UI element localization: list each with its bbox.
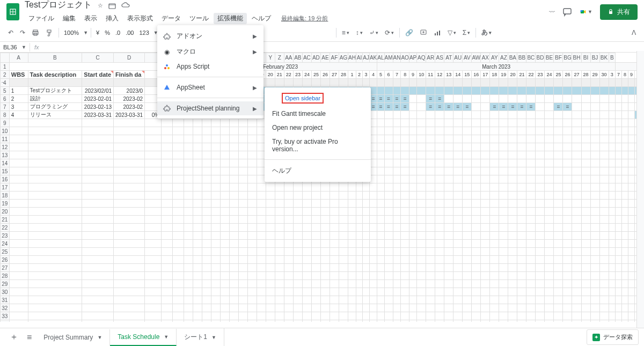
ime-button[interactable]: あ▾ xyxy=(479,26,494,39)
star-icon[interactable]: ☆ xyxy=(98,2,103,10)
menu-appsheet[interactable]: AppSheet▶ xyxy=(157,80,264,94)
puzzle-icon xyxy=(163,32,171,41)
number-format-button[interactable]: 123 xyxy=(137,30,151,36)
move-icon[interactable] xyxy=(108,2,116,10)
toolbar: ↶ ↷ 100%▼ ¥ % .0 .00 123▼ デフォル...▼ ≡▾ ↕▾… xyxy=(0,24,644,42)
dec-decrease-button[interactable]: .0 xyxy=(113,30,122,36)
all-sheets-button[interactable]: ≡ xyxy=(23,329,36,345)
menu-edit[interactable]: 編集 xyxy=(59,13,79,24)
chevron-right-icon: ▶ xyxy=(253,49,257,55)
meet-icon[interactable]: ▼ xyxy=(580,5,592,18)
comment-icon[interactable] xyxy=(562,7,572,17)
menu-insert[interactable]: 挿入 xyxy=(102,13,122,24)
name-box[interactable]: BL36▼ xyxy=(0,43,30,51)
svg-point-18 xyxy=(167,67,170,69)
menu-fit-gantt[interactable]: Fit Gantt timescale xyxy=(265,107,371,121)
share-button[interactable]: 共有 xyxy=(600,4,638,20)
header-right: 〰 ▼ 共有 xyxy=(549,4,638,20)
menu-try-pro[interactable]: Try, buy or activate Pro version... xyxy=(265,135,371,156)
cloud-icon[interactable] xyxy=(121,2,130,10)
valign-button[interactable]: ↕▾ xyxy=(353,27,365,39)
link-button[interactable]: 🔗 xyxy=(402,27,416,39)
menu-macro[interactable]: ◉マクロ▶ xyxy=(157,44,264,60)
menu-appsscript[interactable]: Apps Script xyxy=(157,60,264,73)
tab-sheet1[interactable]: シート1▼ xyxy=(177,328,224,346)
functions-button[interactable]: Σ▾ xyxy=(460,27,473,39)
svg-rect-15 xyxy=(439,31,440,35)
svg-rect-11 xyxy=(47,30,51,32)
puzzle-icon xyxy=(163,104,171,113)
menu-tools[interactable]: ツール xyxy=(186,13,213,24)
formula-bar: BL36▼ fx xyxy=(0,42,644,53)
menu-extensions[interactable]: 拡張機能 xyxy=(214,13,247,24)
rotate-button[interactable]: ⟳▾ xyxy=(382,27,397,39)
chevron-right-icon: ▶ xyxy=(253,106,257,112)
tab-task-schedule[interactable]: Task Schedule▼ xyxy=(110,329,177,346)
menu-view[interactable]: 表示 xyxy=(80,13,101,24)
explore-button[interactable]: ✦データ探索 xyxy=(587,329,639,345)
svg-point-17 xyxy=(166,64,168,67)
halign-button[interactable]: ≡▾ xyxy=(339,27,352,39)
menu-data[interactable]: データ xyxy=(158,13,185,24)
print-button[interactable] xyxy=(29,27,42,39)
currency-button[interactable]: ¥ xyxy=(94,30,101,36)
doc-title[interactable]: Testプロジェクト xyxy=(25,0,92,11)
activity-icon[interactable]: 〰 xyxy=(549,9,555,15)
menu-format[interactable]: 表示形式 xyxy=(123,13,157,24)
menubar: ファイル 編集 表示 挿入 表示形式 データ ツール 拡張機能 ヘルプ 最終編集… xyxy=(25,12,549,24)
svg-rect-14 xyxy=(437,32,438,35)
menu-open-sidebar[interactable]: Open sidebar xyxy=(282,93,324,104)
svg-point-16 xyxy=(164,67,166,69)
add-sheet-button[interactable]: ＋ xyxy=(5,328,23,346)
collapse-toolbar-button[interactable]: ᐱ xyxy=(629,27,639,39)
share-label: 共有 xyxy=(617,8,630,17)
appsheet-icon xyxy=(163,83,171,92)
undo-button[interactable]: ↶ xyxy=(5,27,16,39)
projectsheet-submenu: Open sidebar Fit Gantt timescale Open ne… xyxy=(265,87,371,182)
svg-rect-13 xyxy=(435,33,436,35)
paint-format-button[interactable] xyxy=(43,27,56,39)
appsscript-icon xyxy=(163,62,171,71)
vertical-scrollbar[interactable] xyxy=(636,51,644,328)
chevron-right-icon: ▶ xyxy=(253,33,257,39)
menu-help-sub[interactable]: ヘルプ xyxy=(265,163,371,179)
fx-label: fx xyxy=(30,44,43,50)
redo-button[interactable]: ↷ xyxy=(17,27,28,39)
comment-add-button[interactable] xyxy=(417,27,430,39)
menu-file[interactable]: ファイル xyxy=(25,13,58,24)
sheets-logo[interactable] xyxy=(6,3,19,20)
svg-rect-3 xyxy=(109,4,115,9)
wrap-button[interactable]: ⤶▾ xyxy=(367,27,381,39)
menu-addons[interactable]: アドオン▶ xyxy=(157,28,264,44)
filter-button[interactable]: ▽▾ xyxy=(445,27,459,39)
last-edit[interactable]: 最終編集: 19 分前 xyxy=(281,14,328,23)
explore-icon: ✦ xyxy=(592,334,600,341)
menu-open-new-project[interactable]: Open new project xyxy=(265,121,371,135)
menu-projectsheet[interactable]: ProjectSheet planning▶ xyxy=(157,101,264,115)
record-icon: ◉ xyxy=(163,48,171,56)
tab-project-summary[interactable]: Project Summary▼ xyxy=(36,329,110,345)
zoom-select[interactable]: 100% xyxy=(62,30,81,36)
menu-help[interactable]: ヘルプ xyxy=(248,13,275,24)
title-area: Testプロジェクト ☆ ファイル 編集 表示 挿入 表示形式 データ ツール … xyxy=(25,0,549,24)
svg-rect-4 xyxy=(564,9,571,14)
extensions-menu: アドオン▶ ◉マクロ▶ Apps Script AppSheet▶ Projec… xyxy=(157,25,264,119)
percent-button[interactable]: % xyxy=(103,30,112,36)
app-header: Testプロジェクト ☆ ファイル 編集 表示 挿入 表示形式 データ ツール … xyxy=(0,0,644,24)
sheet-tab-bar: ＋ ≡ Project Summary▼ Task Schedule▼ シート1… xyxy=(0,328,644,346)
svg-rect-7 xyxy=(609,11,612,14)
chevron-right-icon: ▶ xyxy=(253,85,257,91)
dec-increase-button[interactable]: .00 xyxy=(123,30,136,36)
chart-button[interactable] xyxy=(431,27,444,39)
svg-rect-6 xyxy=(581,10,583,12)
